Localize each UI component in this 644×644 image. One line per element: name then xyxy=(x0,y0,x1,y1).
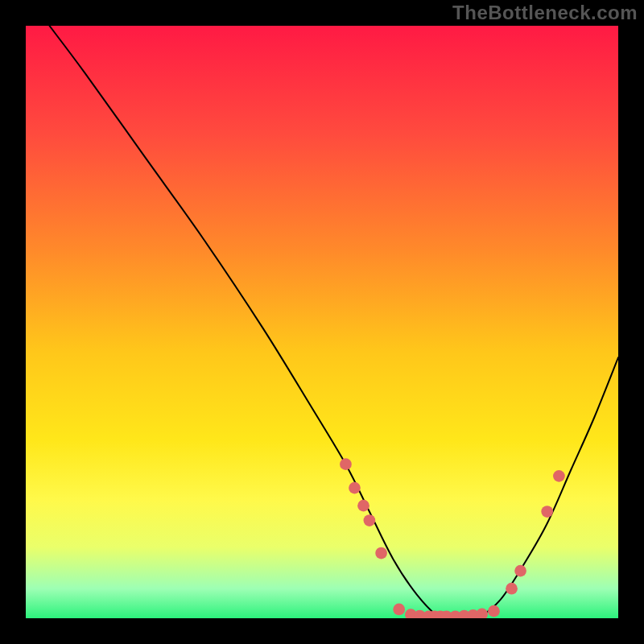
watermark-text: TheBottleneck.com xyxy=(452,2,638,24)
chart-frame: TheBottleneck.com xyxy=(0,0,644,644)
curve-marker xyxy=(514,565,526,577)
curve-marker xyxy=(357,500,369,512)
curve-marker xyxy=(375,547,387,559)
chart-svg xyxy=(26,26,618,618)
curve-marker xyxy=(488,605,500,617)
curve-marker xyxy=(349,482,361,494)
curve-marker xyxy=(476,608,488,618)
curve-marker xyxy=(541,506,553,518)
curve-markers xyxy=(340,458,565,618)
curve-marker xyxy=(340,458,352,470)
curve-marker xyxy=(506,583,518,595)
bottleneck-curve xyxy=(49,26,618,618)
curve-marker xyxy=(553,470,565,482)
curve-marker xyxy=(393,604,405,616)
curve-marker xyxy=(364,514,376,526)
